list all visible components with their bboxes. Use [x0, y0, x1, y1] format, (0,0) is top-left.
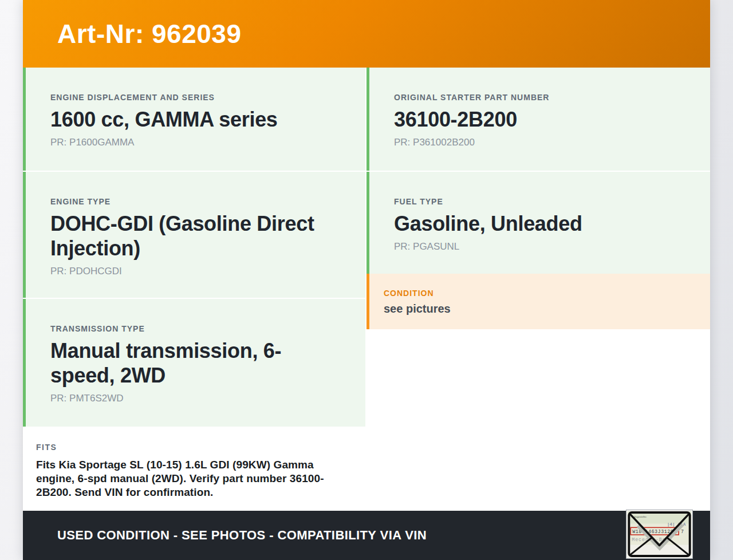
page-title: Art-Nr: 962039: [57, 18, 241, 49]
fits-label: FITS: [36, 443, 349, 452]
vin-document-thumbnail: Fahrgestellnr. |4| AiA W1871463J31298 7 …: [626, 510, 693, 559]
fits-text: Fits Kia Sportage SL (10-15) 1.6L GDI (9…: [36, 458, 349, 499]
listing-page: Art-Nr: 962039 ENGINE DISPLACEMENT AND S…: [23, 0, 710, 560]
card-value: Gasoline, Unleaded: [394, 211, 688, 236]
card-value: 1600 cc, GAMMA series: [50, 107, 344, 132]
card-pr-code: PR: P1600GAMMA: [50, 137, 344, 148]
doc-vin-suffix: 7: [681, 529, 684, 534]
card-value: Manual transmission, 6-speed, 2WD: [50, 338, 344, 388]
card-value: DOHC-GDI (Gasoline Direct Injection): [50, 211, 344, 261]
column-right: ORIGINAL STARTER PART NUMBER 36100-2B200…: [366, 68, 710, 508]
card-label: FUEL TYPE: [394, 197, 688, 206]
condition-card: CONDITION see pictures: [366, 274, 710, 329]
card-engine-type: ENGINE TYPE DOHC-GDI (Gasoline Direct In…: [23, 172, 365, 298]
condition-value: see pictures: [384, 302, 699, 316]
column-left: ENGINE DISPLACEMENT AND SERIES 1600 cc, …: [23, 68, 365, 508]
card-pr-code: PR: PGASUNL: [394, 241, 688, 253]
card-fuel-type: FUEL TYPE Gasoline, Unleaded PR: PGASUNL: [366, 172, 710, 274]
card-label: TRANSMISSION TYPE: [50, 324, 344, 333]
footer: USED CONDITION - SEE PHOTOS - COMPATIBIL…: [23, 511, 710, 560]
card-pr-code: PR: P361002B200: [394, 137, 688, 148]
condition-label: CONDITION: [384, 289, 699, 298]
card-value: 36100-2B200: [394, 107, 688, 132]
fits-section: FITS Fits Kia Sportage SL (10-15) 1.6L G…: [23, 428, 365, 508]
card-engine-displacement: ENGINE DISPLACEMENT AND SERIES 1600 cc, …: [23, 68, 365, 171]
header: Art-Nr: 962039: [23, 0, 710, 68]
card-starter-part-number: ORIGINAL STARTER PART NUMBER 36100-2B200…: [366, 68, 710, 171]
card-label: ORIGINAL STARTER PART NUMBER: [394, 93, 688, 102]
envelope-icon: Fahrgestellnr. |4| AiA W1871463J31298 7 …: [628, 511, 691, 557]
card-label: ENGINE TYPE: [50, 197, 344, 206]
card-pr-code: PR: PMT6S2WD: [50, 393, 344, 404]
card-transmission-type: TRANSMISSION TYPE Manual transmission, 6…: [23, 299, 365, 427]
spec-grid: ENGINE DISPLACEMENT AND SERIES 1600 cc, …: [23, 68, 710, 508]
footer-banner-text: USED CONDITION - SEE PHOTOS - COMPATIBIL…: [57, 528, 427, 543]
card-pr-code: PR: PDOHCGDI: [50, 266, 344, 277]
card-label: ENGINE DISPLACEMENT AND SERIES: [50, 93, 344, 102]
